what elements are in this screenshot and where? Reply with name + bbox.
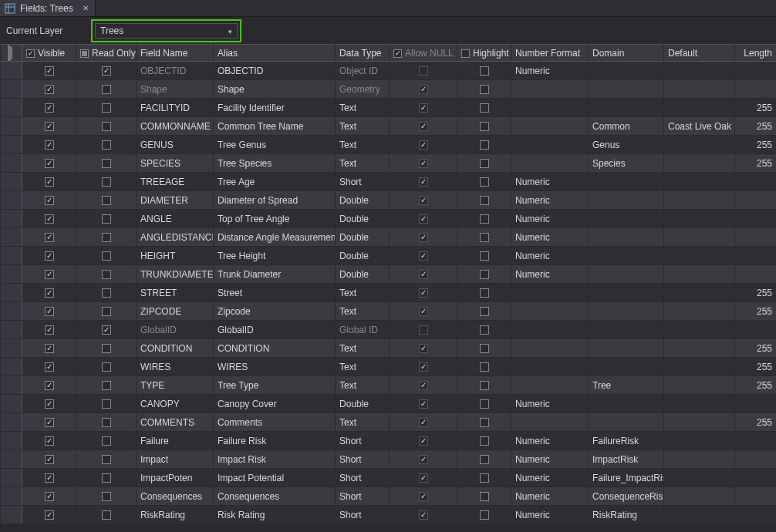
cell-readonly[interactable]: [76, 506, 137, 524]
cell-readonly[interactable]: [76, 62, 137, 80]
col-fieldname[interactable]: Field Name: [137, 45, 214, 62]
checkbox[interactable]: [480, 66, 489, 76]
row-selector[interactable]: [1, 99, 22, 117]
cell-length[interactable]: [735, 265, 777, 284]
checkbox[interactable]: [102, 66, 111, 76]
checkbox[interactable]: [102, 233, 111, 242]
cell-visible[interactable]: [22, 210, 76, 228]
cell-datatype[interactable]: Double: [336, 191, 390, 210]
cell-fieldname[interactable]: RiskRating: [137, 506, 214, 524]
cell-length[interactable]: [735, 432, 777, 450]
cell-visible[interactable]: [22, 80, 76, 99]
cell-highlight[interactable]: [457, 432, 511, 450]
cell-visible[interactable]: [22, 136, 76, 154]
cell-alias[interactable]: Impact Potential: [214, 469, 336, 487]
cell-fieldname[interactable]: ImpactPoten: [137, 469, 214, 487]
row-selector[interactable]: [1, 228, 22, 247]
cell-length[interactable]: 255: [735, 302, 777, 321]
checkbox[interactable]: [480, 344, 489, 353]
cell-readonly[interactable]: [76, 469, 137, 487]
cell-fieldname[interactable]: CANOPY: [137, 395, 214, 413]
cell-readonly[interactable]: [76, 265, 137, 284]
cell-domain[interactable]: [589, 284, 664, 302]
cell-length[interactable]: [735, 228, 777, 247]
cell-default[interactable]: [664, 321, 735, 339]
cell-visible[interactable]: [22, 413, 76, 432]
cell-length[interactable]: [735, 321, 777, 339]
cell-alias[interactable]: Canopy Cover: [214, 395, 336, 413]
cell-fieldname[interactable]: FACILITYID: [137, 99, 214, 117]
cell-readonly[interactable]: [76, 136, 137, 154]
cell-highlight[interactable]: [457, 191, 511, 210]
cell-highlight[interactable]: [457, 506, 511, 524]
cell-domain[interactable]: [589, 358, 664, 376]
cell-highlight[interactable]: [457, 339, 511, 358]
cell-fieldname[interactable]: HEIGHT: [137, 247, 214, 265]
checkbox[interactable]: [480, 159, 489, 168]
checkbox[interactable]: [102, 473, 111, 483]
cell-domain[interactable]: [589, 210, 664, 228]
cell-readonly[interactable]: [76, 80, 137, 99]
cell-readonly[interactable]: [76, 432, 137, 450]
row-selector[interactable]: [1, 469, 22, 487]
cell-visible[interactable]: [22, 99, 76, 117]
checkbox[interactable]: [45, 307, 54, 316]
checkbox[interactable]: [102, 103, 111, 113]
checkbox[interactable]: [45, 325, 54, 335]
table-row[interactable]: TYPETree TypeTextTree255: [1, 376, 777, 395]
table-row[interactable]: COMMENTSCommentsText255: [1, 413, 777, 432]
cell-highlight[interactable]: [457, 136, 511, 154]
cell-alias[interactable]: Failure Risk: [214, 432, 336, 450]
checkbox[interactable]: [480, 103, 489, 113]
cell-visible[interactable]: [22, 321, 76, 339]
cell-alias[interactable]: OBJECTID: [214, 62, 336, 80]
checkbox[interactable]: [102, 455, 111, 464]
cell-domain[interactable]: RiskRating: [589, 506, 664, 524]
cell-domain[interactable]: [589, 247, 664, 265]
row-selector[interactable]: [1, 302, 22, 321]
cell-alias[interactable]: Consequences: [214, 487, 336, 506]
cell-visible[interactable]: [22, 302, 76, 321]
cell-numberformat[interactable]: Numeric: [511, 62, 589, 80]
cell-datatype[interactable]: Text: [336, 99, 390, 117]
cell-visible[interactable]: [22, 173, 76, 191]
cell-numberformat[interactable]: Numeric: [511, 487, 589, 506]
cell-numberformat[interactable]: Numeric: [511, 191, 589, 210]
cell-visible[interactable]: [22, 62, 76, 80]
checkbox[interactable]: [45, 233, 54, 242]
col-length[interactable]: Length: [735, 45, 777, 62]
cell-numberformat[interactable]: Numeric: [511, 450, 589, 469]
cell-default[interactable]: [664, 487, 735, 506]
checkbox[interactable]: [45, 159, 54, 168]
cell-default[interactable]: [664, 191, 735, 210]
checkbox[interactable]: [45, 510, 54, 520]
cell-datatype[interactable]: Text: [336, 376, 390, 395]
cell-domain[interactable]: [589, 173, 664, 191]
cell-highlight[interactable]: [457, 487, 511, 506]
cell-alias[interactable]: Top of Tree Angle: [214, 210, 336, 228]
table-row[interactable]: FACILITYIDFacility IdentifierText255: [1, 99, 777, 117]
cell-numberformat[interactable]: Numeric: [511, 210, 589, 228]
cell-fieldname[interactable]: WIRES: [137, 358, 214, 376]
cell-length[interactable]: [735, 395, 777, 413]
cell-default[interactable]: [664, 80, 735, 99]
checkbox[interactable]: [45, 455, 54, 464]
cell-length[interactable]: 255: [735, 136, 777, 154]
cell-visible[interactable]: [22, 154, 76, 173]
cell-alias[interactable]: Common Tree Name: [214, 117, 336, 136]
cell-readonly[interactable]: [76, 210, 137, 228]
cell-visible[interactable]: [22, 265, 76, 284]
checkbox[interactable]: [45, 418, 54, 427]
checkbox[interactable]: [102, 196, 111, 205]
table-row[interactable]: GlobalIDGlobalIDGlobal ID: [1, 321, 777, 339]
cell-alias[interactable]: Risk Rating: [214, 506, 336, 524]
checkbox[interactable]: [480, 510, 489, 520]
table-row[interactable]: SPECIESTree SpeciesTextSpecies255: [1, 154, 777, 173]
cell-default[interactable]: [664, 469, 735, 487]
cell-alias[interactable]: Tree Height: [214, 247, 336, 265]
row-selector[interactable]: [1, 62, 22, 80]
cell-highlight[interactable]: [457, 173, 511, 191]
cell-alias[interactable]: Comments: [214, 413, 336, 432]
cell-numberformat[interactable]: [511, 376, 589, 395]
table-row[interactable]: ShapeShapeGeometry: [1, 80, 777, 99]
